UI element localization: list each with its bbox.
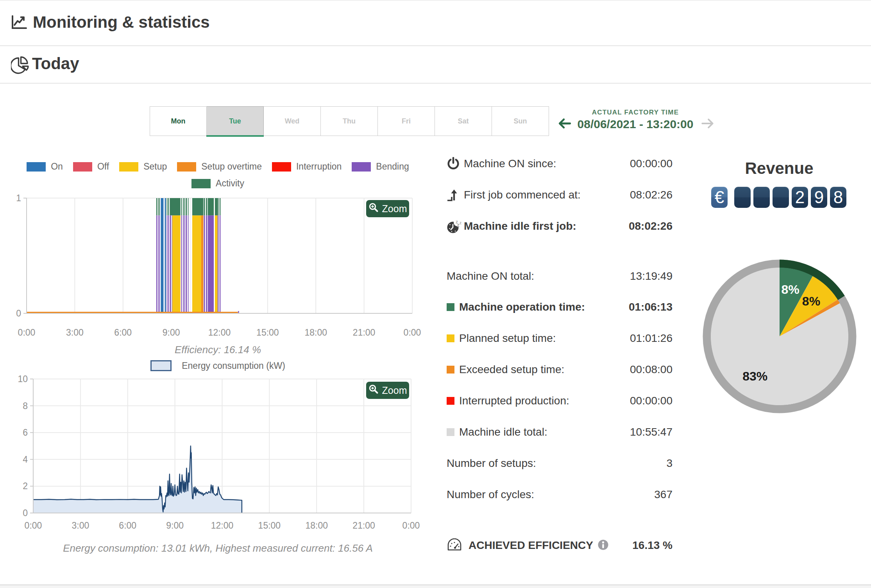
- stat-value: 13:19:49: [630, 270, 672, 282]
- time-distribution-pie: 8%8%83%: [699, 254, 860, 415]
- legend-swatch: [191, 179, 211, 188]
- next-day-arrow[interactable]: [701, 118, 714, 130]
- svg-text:21:00: 21:00: [352, 520, 375, 531]
- achieved-efficiency-value: 16.13 %: [632, 539, 672, 552]
- stat-label: First job commenced at:: [464, 189, 581, 201]
- svg-text:15:00: 15:00: [258, 520, 281, 531]
- power-icon: [447, 157, 464, 171]
- svg-text:10: 10: [18, 374, 28, 384]
- stat-row: Planned setup time:01:01:26: [447, 331, 672, 346]
- state-chart-zoom-button[interactable]: Zoom: [366, 200, 409, 217]
- digit-tile-blank: [773, 187, 789, 208]
- stat-value: 08:02:26: [629, 220, 672, 232]
- energy-chart-zoom-button[interactable]: Zoom: [366, 382, 409, 399]
- stat-row: Number of setups:3: [447, 456, 672, 471]
- tab-tue[interactable]: Tue: [207, 106, 264, 136]
- stat-color-swatch: [447, 366, 454, 374]
- tab-thu[interactable]: Thu: [321, 106, 378, 136]
- svg-text:3:00: 3:00: [72, 520, 89, 531]
- stat-label: Machine idle first job:: [464, 220, 576, 232]
- energy-caption: Energy consumption: 13.01 kWh, Highest m…: [16, 542, 420, 554]
- legend-label: Off: [97, 161, 109, 172]
- achieved-efficiency-label: ACHIEVED EFFICIENCY: [469, 539, 593, 552]
- legend-item-interruption[interactable]: Interruption: [272, 161, 342, 172]
- stat-row: Machine idle total:10:55:47: [447, 424, 672, 440]
- digit-tile: 9: [811, 187, 827, 208]
- svg-text:3:00: 3:00: [66, 327, 84, 338]
- achieved-efficiency-row: ACHIEVED EFFICIENCY 16.13 %: [447, 537, 672, 554]
- previous-day-arrow[interactable]: [559, 118, 571, 130]
- legend-item-setup-overtime[interactable]: Setup overtime: [177, 161, 262, 172]
- factory-time-block: ACTUAL FACTORY TIME 08/06/2021 - 13:20:0…: [574, 109, 696, 131]
- digit-tile-blank: [734, 187, 751, 208]
- svg-text:12:00: 12:00: [211, 520, 234, 531]
- svg-text:0: 0: [23, 508, 28, 518]
- svg-text:z: z: [460, 221, 461, 225]
- info-icon[interactable]: [598, 540, 608, 552]
- stat-value: 367: [654, 488, 672, 501]
- currency-tile: €: [711, 187, 728, 208]
- svg-text:4: 4: [23, 454, 28, 465]
- zoom-button-label: Zoom: [382, 203, 407, 214]
- svg-text:15:00: 15:00: [256, 327, 279, 338]
- svg-text:0:00: 0:00: [25, 520, 42, 531]
- stat-color-swatch: [447, 428, 454, 436]
- svg-text:12:00: 12:00: [208, 327, 231, 338]
- stat-value: 01:06:13: [629, 301, 672, 313]
- stat-label: Number of cycles:: [447, 488, 534, 501]
- svg-text:8%: 8%: [802, 294, 820, 308]
- svg-text:2: 2: [23, 481, 28, 491]
- stat-row: Number of cycles:367: [447, 487, 672, 502]
- first-job-icon: [447, 188, 464, 202]
- tab-fri[interactable]: Fri: [378, 106, 435, 136]
- stat-value: 00:08:00: [630, 363, 672, 376]
- stat-row: Machine ON total:13:19:49: [447, 268, 672, 284]
- svg-text:6: 6: [23, 427, 28, 438]
- state-chart-legend-row2: Activity: [16, 178, 420, 189]
- factory-time-label: ACTUAL FACTORY TIME: [574, 109, 696, 116]
- stat-value: 00:00:00: [630, 395, 672, 407]
- legend-item-activity[interactable]: Activity: [191, 178, 244, 189]
- stat-label: Machine ON since:: [464, 157, 556, 170]
- legend-item-setup[interactable]: Setup: [119, 161, 167, 172]
- svg-text:0:00: 0:00: [404, 327, 421, 338]
- svg-text:0:00: 0:00: [18, 327, 36, 338]
- digit-tile: 2: [792, 187, 808, 208]
- svg-text:z: z: [457, 222, 460, 228]
- legend-swatch: [27, 162, 46, 172]
- stat-label: Exceeded setup time:: [459, 363, 564, 376]
- stat-row: First job commenced at:08:02:26: [447, 187, 672, 203]
- stat-color-swatch: [447, 303, 454, 311]
- legend-item-off[interactable]: Off: [73, 161, 109, 172]
- svg-text:9:00: 9:00: [166, 520, 184, 531]
- stat-row: zzzMachine idle first job:08:02:26: [447, 218, 672, 234]
- section-title: Today: [32, 54, 79, 73]
- stat-color-swatch: [447, 334, 454, 342]
- digit-tile: 8: [830, 187, 846, 208]
- legend-item-on[interactable]: On: [27, 161, 63, 172]
- svg-text:6:00: 6:00: [119, 520, 136, 531]
- legend-item-bending[interactable]: Bending: [352, 161, 409, 172]
- tab-wed[interactable]: Wed: [264, 106, 321, 136]
- revenue-odometer: €298: [711, 187, 849, 208]
- bottom-band: [0, 585, 871, 588]
- pie-chart-icon: [11, 55, 29, 76]
- page-title: Monitoring & statistics: [33, 13, 210, 32]
- stat-row: Machine operation time:01:06:13: [447, 299, 672, 315]
- digit-tile-blank: [753, 187, 770, 208]
- legend-label: Bending: [376, 161, 409, 172]
- stat-row: Machine ON since:00:00:00: [447, 156, 672, 172]
- tab-sat[interactable]: Sat: [435, 106, 492, 136]
- stat-value: 01:01:26: [630, 332, 672, 345]
- stat-value: 08:02:26: [630, 189, 672, 201]
- legend-swatch: [73, 162, 92, 172]
- tab-sun[interactable]: Sun: [492, 106, 549, 136]
- svg-text:83%: 83%: [742, 369, 767, 383]
- svg-text:0:00: 0:00: [402, 520, 420, 531]
- magnifier-icon: [368, 384, 379, 397]
- stat-label: Interrupted production:: [459, 395, 569, 407]
- svg-text:9:00: 9:00: [163, 327, 180, 338]
- svg-text:6:00: 6:00: [114, 327, 132, 338]
- svg-text:21:00: 21:00: [353, 327, 376, 338]
- tab-mon[interactable]: Mon: [150, 106, 207, 136]
